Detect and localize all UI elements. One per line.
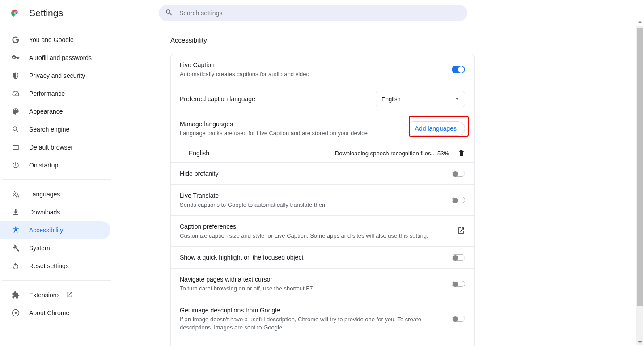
row-live-translate: Live Translate Sends captions to Google …	[171, 185, 474, 216]
sidebar-item-label: Languages	[29, 191, 60, 198]
sidebar-item-label: Extensions	[29, 291, 59, 299]
search-icon	[11, 125, 20, 134]
sidebar-item-on-startup[interactable]: On startup	[0, 156, 110, 174]
sidebar-item-you-and-google[interactable]: You and Google	[0, 31, 110, 49]
add-languages-button[interactable]: Add languages	[407, 121, 465, 136]
language-name: English	[189, 150, 209, 157]
sidebar: You and Google Autofill and passwords Pr…	[0, 26, 113, 346]
sidebar-item-reset[interactable]: Reset settings	[0, 257, 110, 275]
text-cursor-toggle[interactable]	[452, 281, 465, 287]
focus-highlight-label: Show a quick highlight on the focused ob…	[180, 253, 452, 262]
sidebar-item-privacy[interactable]: Privacy and security	[0, 67, 110, 85]
caption-prefs-desc: Customize caption size and style for Liv…	[180, 232, 457, 240]
row-live-caption: Live Caption Automatically creates capti…	[171, 54, 474, 85]
reset-icon	[11, 261, 20, 270]
live-translate-label: Live Translate	[180, 191, 452, 200]
external-link-icon	[66, 291, 73, 299]
text-cursor-label: Navigate pages with a text cursor	[180, 275, 452, 284]
svg-point-5	[15, 312, 17, 314]
sidebar-item-label: On startup	[29, 162, 58, 169]
sidebar-item-label: You and Google	[29, 36, 74, 43]
chrome-icon	[11, 308, 20, 317]
sidebar-item-accessibility[interactable]: Accessibility	[0, 221, 110, 239]
chrome-logo-icon	[10, 8, 20, 18]
sidebar-item-autofill[interactable]: Autofill and passwords	[0, 49, 110, 67]
divider	[2, 179, 111, 180]
sidebar-item-label: Accessibility	[29, 226, 63, 234]
row-preferred-caption-language: Preferred caption language English	[171, 85, 474, 113]
hide-profanity-label: Hide profanity	[180, 169, 452, 178]
sidebar-item-label: Performance	[29, 90, 65, 97]
delete-language-button[interactable]	[458, 149, 465, 157]
sidebar-item-label: System	[29, 244, 50, 252]
google-g-icon	[11, 35, 20, 44]
palette-icon	[11, 107, 20, 116]
language-row-english: English Downloading speech recognition f…	[171, 144, 474, 163]
focus-highlight-toggle[interactable]	[452, 254, 465, 261]
live-translate-desc: Sends captions to Google to automaticall…	[180, 201, 452, 209]
dropdown-arrow-icon	[455, 96, 459, 103]
manage-lang-desc: Language packs are used for Live Caption…	[180, 129, 407, 137]
sidebar-item-search-engine[interactable]: Search engine	[0, 120, 110, 138]
download-icon	[11, 208, 20, 217]
key-icon	[11, 53, 20, 62]
live-translate-toggle[interactable]	[452, 197, 465, 203]
sidebar-item-label: Downloads	[29, 209, 60, 216]
caption-prefs-label: Caption preferences	[180, 222, 457, 231]
sidebar-item-default-browser[interactable]: Default browser	[0, 138, 110, 156]
scroll-up-icon[interactable]	[636, 19, 643, 26]
external-link-icon	[457, 226, 465, 236]
swipe-label: Swipe between pages	[180, 345, 452, 346]
row-text-cursor: Navigate pages with a text cursor To tur…	[171, 269, 474, 299]
hide-profanity-toggle[interactable]	[452, 171, 465, 177]
power-icon	[11, 161, 20, 170]
accessibility-card: Live Caption Automatically creates capti…	[170, 54, 475, 346]
image-desc-label: Get image descriptions from Google	[180, 306, 452, 315]
download-status: Downloading speech recognition files... …	[335, 150, 449, 157]
sidebar-item-label: Appearance	[29, 108, 63, 115]
shield-icon	[11, 71, 20, 80]
extension-icon	[11, 290, 20, 299]
sidebar-item-label: Privacy and security	[29, 72, 85, 79]
sidebar-item-label: About Chrome	[29, 309, 69, 316]
sidebar-item-label: Reset settings	[29, 262, 69, 269]
live-caption-toggle[interactable]	[452, 66, 465, 73]
image-desc-toggle[interactable]	[452, 316, 465, 322]
pref-lang-selected: English	[381, 96, 401, 103]
scroll-down-icon[interactable]	[636, 338, 643, 345]
row-image-descriptions: Get image descriptions from Google If an…	[171, 299, 474, 338]
sidebar-item-label: Default browser	[29, 144, 73, 151]
search-settings-bar[interactable]	[159, 5, 467, 21]
wrench-icon	[11, 243, 20, 252]
row-hide-profanity: Hide profanity	[171, 163, 474, 185]
row-caption-preferences[interactable]: Caption preferences Customize caption si…	[171, 216, 474, 247]
sidebar-item-languages[interactable]: Languages	[0, 185, 110, 203]
scrollbar-thumb[interactable]	[637, 28, 643, 306]
sidebar-item-downloads[interactable]: Downloads	[0, 203, 110, 221]
row-manage-languages: Manage languages Language packs are used…	[171, 113, 474, 144]
page-heading: Accessibility	[170, 36, 475, 44]
sidebar-item-label: Search engine	[29, 126, 69, 133]
live-caption-label: Live Caption	[180, 60, 452, 69]
sidebar-item-appearance[interactable]: Appearance	[0, 103, 110, 120]
pref-lang-label: Preferred caption language	[180, 94, 376, 103]
text-cursor-desc: To turn caret browsing on or off, use th…	[180, 285, 452, 293]
browser-icon	[11, 143, 20, 152]
speedometer-icon	[11, 89, 20, 98]
row-focus-highlight: Show a quick highlight on the focused ob…	[171, 247, 474, 269]
app-title: Settings	[29, 8, 63, 18]
search-input[interactable]	[179, 9, 461, 17]
sidebar-item-about-chrome[interactable]: About Chrome	[0, 304, 110, 322]
svg-point-3	[14, 12, 16, 14]
pref-lang-select[interactable]: English	[376, 91, 465, 107]
scrollbar[interactable]	[636, 26, 643, 345]
divider	[2, 280, 111, 281]
image-desc-desc: If an image doesn't have a useful descri…	[180, 316, 452, 332]
translate-icon	[11, 190, 20, 199]
sidebar-item-extensions[interactable]: Extensions	[0, 286, 110, 304]
live-caption-desc: Automatically creates captions for audio…	[180, 70, 452, 78]
sidebar-item-performance[interactable]: Performance	[0, 85, 110, 103]
accessibility-icon	[11, 226, 20, 235]
sidebar-item-system[interactable]: System	[0, 239, 110, 257]
search-icon	[165, 9, 179, 18]
